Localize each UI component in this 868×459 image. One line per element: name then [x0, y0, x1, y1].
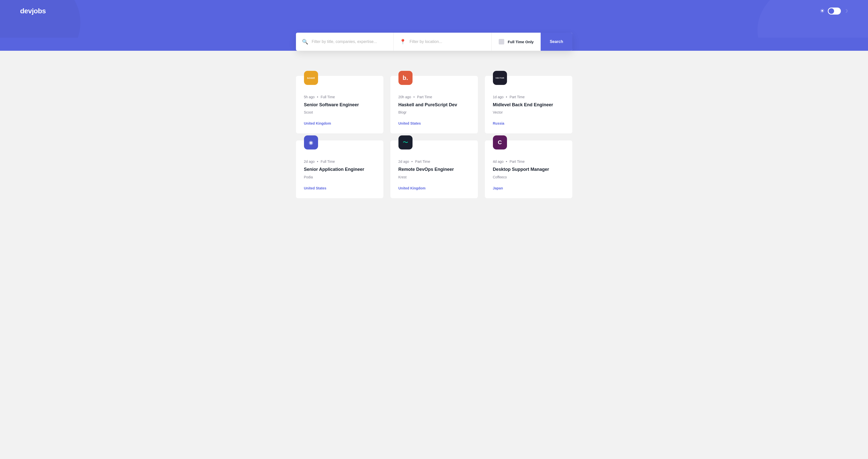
job-time: 2d ago: [398, 159, 409, 163]
fulltime-section: Full Time Only: [492, 39, 541, 44]
location-search-input[interactable]: [409, 39, 485, 44]
company-logo: VECTOR: [493, 71, 507, 85]
job-type: Part Time: [417, 95, 432, 99]
theme-toggle: ☀ ☽: [820, 7, 848, 14]
search-bar: 🔍 📍 Full Time Only Search: [296, 33, 572, 51]
company-logo: ◉: [304, 135, 318, 150]
company-logo: 〜: [398, 135, 412, 150]
company-name: Krest: [398, 175, 470, 179]
fulltime-checkbox[interactable]: [499, 39, 504, 44]
job-meta: 5h ago Full Time: [304, 95, 375, 99]
company-logo: b.: [398, 71, 412, 85]
toggle-knob: [829, 8, 834, 14]
logo: devjobs: [20, 7, 46, 15]
job-meta: 20h ago Part Time: [398, 95, 470, 99]
separator-dot: [411, 161, 412, 162]
location-icon: 📍: [400, 39, 406, 45]
job-meta: 2d ago Full Time: [304, 159, 375, 163]
job-card[interactable]: scoot 5h ago Full Time Senior Software E…: [296, 76, 383, 133]
job-location: United States: [398, 121, 470, 125]
company-name: Coffeeco: [493, 175, 564, 179]
job-location: Japan: [493, 186, 564, 190]
job-location: Russia: [493, 121, 564, 125]
sun-icon: ☀: [820, 8, 825, 14]
job-card[interactable]: b. 20h ago Part Time Haskell and PureScr…: [391, 76, 478, 133]
job-type: Part Time: [509, 159, 525, 163]
company-name: Blogr: [398, 110, 470, 114]
job-time: 5h ago: [304, 95, 315, 99]
job-card[interactable]: VECTOR 1d ago Part Time Midlevel Back En…: [485, 76, 572, 133]
job-location: United Kingdom: [304, 121, 375, 125]
job-title: Desktop Support Manager: [493, 166, 564, 172]
job-time: 1d ago: [493, 95, 504, 99]
search-button[interactable]: Search: [541, 33, 572, 51]
job-grid: scoot 5h ago Full Time Senior Software E…: [296, 76, 572, 198]
job-meta: 1d ago Part Time: [493, 95, 564, 99]
main-content: scoot 5h ago Full Time Senior Software E…: [296, 61, 572, 218]
job-type: Full Time: [320, 95, 335, 99]
fulltime-label: Full Time Only: [508, 40, 534, 44]
job-time: 4d ago: [493, 159, 504, 163]
company-logo: C: [493, 135, 507, 150]
job-title: Remote DevOps Engineer: [398, 166, 470, 172]
job-type: Part Time: [509, 95, 525, 99]
company-name: Vector: [493, 110, 564, 114]
company-logo: scoot: [304, 71, 318, 85]
theme-toggle-switch[interactable]: [828, 7, 841, 14]
search-bar-wrapper: 🔍 📍 Full Time Only Search: [296, 33, 572, 51]
job-title: Midlevel Back End Engineer: [493, 102, 564, 108]
title-search-input[interactable]: [312, 39, 388, 44]
job-time: 2d ago: [304, 159, 315, 163]
job-type: Full Time: [320, 159, 335, 163]
separator-dot: [506, 96, 507, 97]
separator-dot: [506, 161, 507, 162]
job-card[interactable]: 〜 2d ago Part Time Remote DevOps Enginee…: [391, 141, 478, 198]
company-name: Podia: [304, 175, 375, 179]
job-card[interactable]: C 4d ago Part Time Desktop Support Manag…: [485, 141, 572, 198]
job-type: Part Time: [415, 159, 430, 163]
job-location: United Kingdom: [398, 186, 470, 190]
location-search-field: 📍: [394, 33, 492, 51]
job-title: Haskell and PureScript Dev: [398, 102, 470, 108]
separator-dot: [317, 96, 318, 97]
job-location: United States: [304, 186, 375, 190]
job-meta: 2d ago Part Time: [398, 159, 470, 163]
search-icon: 🔍: [302, 39, 308, 45]
title-search-field: 🔍: [296, 33, 394, 51]
header: devjobs ☀ ☽: [0, 0, 868, 38]
job-meta: 4d ago Part Time: [493, 159, 564, 163]
job-title: Senior Application Engineer: [304, 166, 375, 172]
job-card[interactable]: ◉ 2d ago Full Time Senior Application En…: [296, 141, 383, 198]
moon-icon: ☽: [844, 8, 848, 14]
company-name: Scoot: [304, 110, 375, 114]
job-time: 20h ago: [398, 95, 411, 99]
separator-dot: [413, 96, 414, 97]
separator-dot: [317, 161, 318, 162]
job-title: Senior Software Engineer: [304, 102, 375, 108]
